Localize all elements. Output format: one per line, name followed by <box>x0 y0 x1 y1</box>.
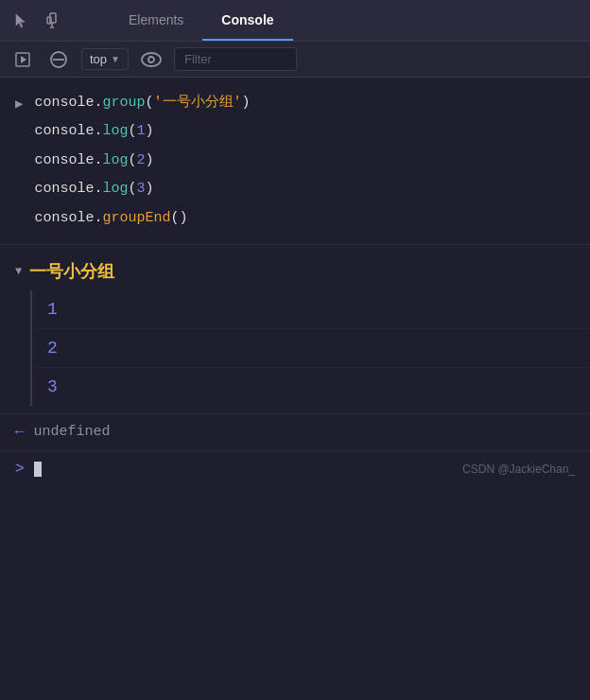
eye-button[interactable] <box>138 46 165 73</box>
code-text-4: console.log(3) <box>34 178 153 201</box>
expand-arrow-icon[interactable]: ▶ <box>15 94 23 114</box>
svg-rect-1 <box>47 17 51 24</box>
return-value: undefined <box>34 424 111 440</box>
run-button[interactable] <box>9 46 36 73</box>
code-line-3: ▶ console.log(2) <box>0 147 590 175</box>
tab-bar: Elements Console <box>0 0 590 42</box>
return-arrow-icon: ← <box>15 424 25 441</box>
code-line-5: ▶ console.groupEnd() <box>0 204 590 233</box>
code-input-section: ▶ console.group('一号小分组') ▶ console.log(1… <box>0 78 590 245</box>
console-output: ▶ console.group('一号小分组') ▶ console.log(1… <box>0 78 590 700</box>
group-item-1: 1 <box>32 290 590 329</box>
context-selector[interactable]: top ▼ <box>81 48 129 70</box>
group-item-3: 3 <box>32 368 590 406</box>
console-input-line[interactable]: > CSDN @JackieChan_ <box>0 451 590 487</box>
group-title: 一号小分组 <box>29 260 114 283</box>
device-toggle-button[interactable] <box>42 8 68 34</box>
group-items: 1 2 3 <box>30 290 590 406</box>
group-output-section: ▼ 一号小分组 1 2 3 <box>0 245 590 414</box>
code-line-4: ▶ console.log(3) <box>0 175 590 203</box>
main-tabs: Elements Console <box>72 0 582 41</box>
code-line-1: ▶ console.group('一号小分组') <box>0 89 590 117</box>
code-text-5: console.groupEnd() <box>34 207 187 230</box>
tab-elements[interactable]: Elements <box>110 0 202 41</box>
return-value-line: ← undefined <box>0 414 590 451</box>
devtools-icons <box>8 8 68 34</box>
input-prompt-icon: > <box>15 461 25 478</box>
code-text-1: console.group('一号小分组') <box>34 92 250 114</box>
code-text-3: console.log(2) <box>34 149 153 172</box>
group-header[interactable]: ▼ 一号小分组 <box>0 253 590 290</box>
watermark: CSDN @JackieChan_ <box>462 463 575 476</box>
context-label: top <box>90 52 107 66</box>
svg-point-8 <box>142 53 161 66</box>
svg-marker-5 <box>21 56 26 63</box>
code-line-2: ▶ console.log(1) <box>0 117 590 146</box>
svg-point-9 <box>148 57 154 62</box>
cursor-blink <box>34 462 42 477</box>
code-text-2: console.log(1) <box>34 120 153 143</box>
group-item-2: 2 <box>32 329 590 368</box>
clear-button[interactable] <box>45 46 72 73</box>
filter-input[interactable] <box>174 47 297 71</box>
tab-console[interactable]: Console <box>202 0 292 41</box>
group-collapse-arrow-icon[interactable]: ▼ <box>15 265 22 278</box>
dropdown-arrow-icon: ▼ <box>111 54 120 64</box>
console-toolbar: top ▼ <box>0 42 590 78</box>
cursor-tool-button[interactable] <box>8 8 34 34</box>
